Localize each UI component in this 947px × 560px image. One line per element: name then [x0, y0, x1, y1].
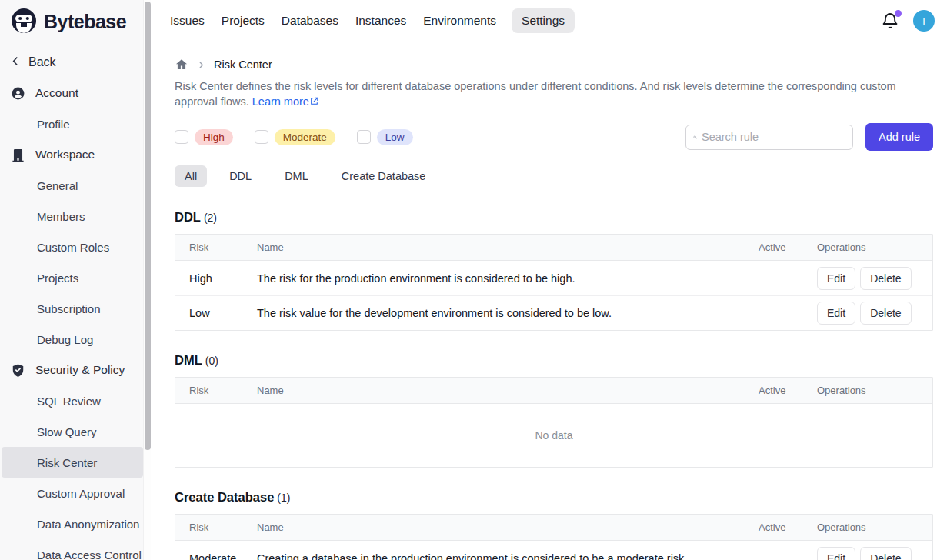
brand-name: Bytebase: [44, 11, 126, 33]
sidebar-item-subscription[interactable]: Subscription: [2, 293, 143, 324]
topnav-item-settings[interactable]: Settings: [512, 8, 575, 33]
sidebar-item-label: Data Access Control: [37, 548, 142, 560]
sidebar-item-members[interactable]: Members: [2, 201, 143, 232]
sidebar-item-label: Risk Center: [37, 456, 97, 469]
tab-all[interactable]: All: [175, 165, 207, 187]
rule-sections: DDL(2) Risk Name Active Operations High …: [175, 205, 933, 560]
risk-level-filter-high[interactable]: High: [175, 129, 233, 145]
sidebar-section-label: Account: [35, 86, 78, 100]
sidebar-item-custom-approval[interactable]: Custom Approval: [2, 478, 143, 508]
topnav-item-issues[interactable]: Issues: [168, 8, 206, 33]
column-active: Active: [759, 522, 817, 533]
sidebar-item-data-anonymization[interactable]: Data Anonymization: [2, 508, 143, 539]
sidebar-section-header[interactable]: Workspace: [0, 139, 151, 170]
sidebar-item-label: SQL Review: [37, 395, 101, 408]
risk-center-content: Risk Center Risk Center defines the risk…: [151, 42, 947, 560]
sidebar-section: Workspace General Members Custom Roles P…: [0, 139, 151, 355]
column-name: Name: [257, 522, 759, 533]
sidebar-item-slow-query[interactable]: Slow Query: [2, 416, 143, 447]
sidebar-item-data-access-control[interactable]: Data Access Control: [2, 539, 143, 560]
risk-level-checkbox[interactable]: [175, 130, 188, 144]
tab-dml[interactable]: DML: [274, 165, 319, 187]
sidebar-item-label: Members: [37, 210, 85, 223]
column-name: Name: [257, 242, 759, 253]
breadcrumb-current: Risk Center: [214, 58, 272, 71]
risk-level-badge: Moderate: [275, 129, 335, 145]
rule-name: Creating a database in the production en…: [257, 552, 759, 560]
edit-button[interactable]: Edit: [817, 547, 855, 560]
sidebar-item-label: Projects: [37, 272, 78, 285]
risk-level-checkbox[interactable]: [255, 130, 268, 144]
edit-button[interactable]: Edit: [817, 267, 855, 290]
sidebar-item-risk-center[interactable]: Risk Center: [2, 447, 143, 478]
table-body: No data: [175, 404, 932, 467]
building-icon: [11, 148, 25, 162]
learn-more-label: Learn more: [252, 95, 309, 108]
home-icon[interactable]: [175, 58, 188, 72]
sidebar-rows: Back Account Profile Workspace General M…: [0, 42, 151, 560]
brand-logo[interactable]: Bytebase: [0, 0, 151, 42]
column-operations: Operations: [817, 385, 932, 396]
rule-section: DML(0) Risk Name Active Operations No da…: [175, 348, 933, 468]
risk-level-filter-moderate[interactable]: Moderate: [255, 129, 335, 145]
rule-section-count: (2): [204, 212, 217, 224]
add-rule-button[interactable]: Add rule: [865, 123, 933, 151]
topnav-item-instances[interactable]: Instances: [354, 8, 408, 33]
topnav-right: T: [881, 10, 935, 32]
delete-button[interactable]: Delete: [860, 302, 911, 325]
main-area: IssuesProjectsDatabasesInstancesEnvironm…: [151, 0, 947, 560]
topnav-item-projects[interactable]: Projects: [220, 8, 266, 33]
delete-button[interactable]: Delete: [860, 547, 911, 560]
notification-bell-button[interactable]: [881, 12, 899, 30]
row-operations: Edit Delete: [817, 547, 932, 560]
back-button[interactable]: Back: [0, 47, 151, 78]
sidebar-section-header[interactable]: Account: [0, 78, 151, 108]
column-active: Active: [759, 242, 817, 253]
sidebar-scrollbar[interactable]: [143, 0, 151, 560]
rule-name: The risk for the production environment …: [257, 272, 759, 285]
chevron-right-icon: [196, 60, 206, 70]
sidebar-item-projects[interactable]: Projects: [2, 262, 143, 293]
rule-table: Risk Name Active Operations High The ris…: [175, 234, 933, 331]
column-operations: Operations: [817, 242, 932, 253]
risk-level-filters: High Moderate Low: [175, 129, 413, 145]
rule-section-count: (1): [277, 492, 290, 504]
sidebar-sections: Account Profile Workspace General Member…: [0, 78, 151, 560]
delete-button[interactable]: Delete: [860, 267, 911, 290]
sidebar-item-debug-log[interactable]: Debug Log: [2, 324, 143, 355]
row-operations: Edit Delete: [817, 267, 932, 290]
sidebar-section: Account Profile: [0, 78, 151, 139]
risk-level-filter-low[interactable]: Low: [357, 129, 413, 145]
avatar[interactable]: T: [913, 10, 935, 32]
edit-button[interactable]: Edit: [817, 302, 855, 325]
page-description: Risk Center defines the risk levels for …: [175, 78, 915, 109]
rule-table: Risk Name Active Operations Moderate Cre…: [175, 514, 933, 560]
toggle-knob: [745, 315, 757, 327]
sidebar-scrollbar-thumb[interactable]: [145, 2, 151, 450]
rule-name: The risk value for the development envir…: [257, 307, 759, 319]
sidebar-section-header[interactable]: Security & Policy: [0, 355, 151, 385]
risk-level-checkbox[interactable]: [357, 130, 371, 144]
rule-row: High The risk for the production environ…: [175, 261, 932, 295]
tab-create-database[interactable]: Create Database: [331, 165, 437, 187]
sidebar-section-label: Workspace: [35, 148, 95, 162]
chevron-left-icon: [9, 55, 22, 71]
sidebar-item-label: Slow Query: [37, 425, 97, 438]
topnav-item-databases[interactable]: Databases: [280, 8, 340, 33]
column-name: Name: [257, 385, 759, 396]
rule-section-count: (0): [205, 355, 218, 367]
search-rule-input[interactable]: [702, 131, 845, 143]
topnav-item-environments[interactable]: Environments: [422, 8, 498, 33]
top-navigation: IssuesProjectsDatabasesInstancesEnvironm…: [151, 0, 947, 42]
sidebar-item-profile[interactable]: Profile: [2, 108, 143, 139]
rule-section-title: DML: [175, 353, 202, 367]
sidebar-item-general[interactable]: General: [2, 170, 143, 201]
rule-section-title: Create Database: [175, 490, 274, 504]
sidebar-item-custom-roles[interactable]: Custom Roles: [2, 232, 143, 262]
rule-section-heading: DDL(2): [175, 205, 933, 226]
tab-ddl[interactable]: DDL: [218, 165, 262, 187]
sidebar-item-label: Custom Approval: [37, 487, 125, 500]
sidebar-item-sql-review[interactable]: SQL Review: [2, 385, 143, 416]
learn-more-link[interactable]: Learn more: [252, 95, 319, 108]
rule-section-heading: DML(0): [175, 348, 933, 369]
